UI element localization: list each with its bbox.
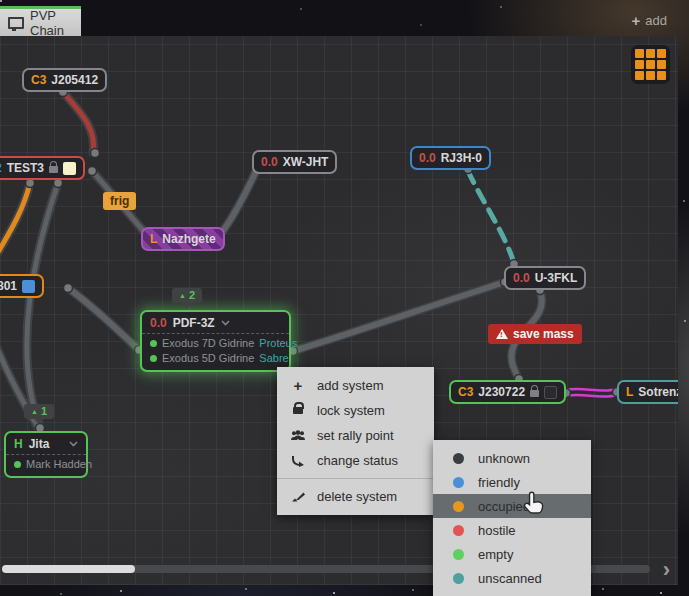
security-label: 0.0	[419, 151, 436, 165]
system-class: C3	[458, 385, 473, 399]
system-name: PDF-3Z	[173, 316, 215, 330]
status-label: empty	[478, 547, 513, 562]
security-label: H	[14, 437, 23, 451]
system-name: Jita	[29, 437, 50, 451]
security-label: 0.0	[513, 271, 530, 285]
menu-item-label: add system	[317, 378, 383, 393]
status-label: unscanned	[478, 571, 542, 586]
status-dot	[453, 501, 464, 512]
menu-separator	[277, 478, 434, 479]
security-label: 0.0	[150, 316, 167, 330]
pilot-row: Exodus 7D Gidrine Proteus	[150, 336, 281, 351]
system-name: U-3FKL	[535, 271, 578, 285]
chevron-right-icon[interactable]: ›	[663, 557, 670, 583]
connection-stargate	[566, 395, 617, 397]
system-node-sotrenz[interactable]: L Sotrenz	[617, 380, 678, 404]
bookmark-square-blue[interactable]	[22, 280, 35, 293]
system-node-801[interactable]: 801	[0, 274, 44, 298]
jump-count: 1	[41, 405, 47, 417]
menu-item-label: lock system	[317, 403, 385, 418]
system-node-test3[interactable]: 2 TEST3	[0, 156, 85, 180]
change-status-submenu: unknown friendly occupied hostile empty …	[433, 440, 591, 596]
chevron-down-icon[interactable]	[221, 320, 230, 326]
save-mass-badge[interactable]: save mass	[488, 324, 582, 344]
connection-mass-reduced	[0, 183, 30, 266]
system-node-pdf-3z[interactable]: 0.0 PDF-3Z Exodus 7D Gidrine Proteus Exo…	[140, 310, 291, 372]
system-name: J205412	[51, 73, 98, 87]
frigate-hole-label: frig	[103, 192, 136, 210]
plus-icon: +	[289, 378, 307, 393]
system-name: RJ3H-0	[441, 151, 482, 165]
menu-item-add-system[interactable]: + add system	[277, 373, 434, 398]
pilot-status-dot	[150, 340, 157, 347]
system-name: TEST3	[7, 161, 44, 175]
system-node-nazhgete[interactable]: L Nazhgete	[141, 227, 225, 251]
pilot-name: Exodus 5D Gidrine	[162, 351, 254, 366]
system-name: J230722	[478, 385, 525, 399]
status-dot	[453, 453, 464, 464]
security-label: L	[626, 385, 633, 399]
system-name: Nazhgete	[162, 232, 215, 246]
system-node-jita[interactable]: H Jita Mark Hadden	[4, 431, 88, 478]
scrollbar-thumb[interactable]	[2, 565, 135, 573]
connection-stargate	[566, 389, 617, 391]
status-item-empty[interactable]: empty	[433, 542, 591, 566]
pilot-status-dot	[150, 355, 157, 362]
status-dot	[453, 525, 464, 536]
system-class: C3	[31, 73, 46, 87]
system-name: Sotrenz	[638, 385, 678, 399]
lock-icon	[530, 390, 539, 397]
curved-arrow-icon	[289, 455, 307, 467]
triangle-up-icon: ▲	[179, 292, 186, 299]
menu-item-change-status[interactable]: change status	[277, 448, 434, 473]
menu-item-set-rally-point[interactable]: set rally point	[277, 423, 434, 448]
bookmark-square-empty[interactable]	[544, 386, 557, 399]
system-node-rj3h-0[interactable]: 0.0 RJ3H-0	[410, 146, 491, 170]
menu-item-delete-system[interactable]: delete system	[277, 484, 434, 509]
bookmark-square-yellow[interactable]	[63, 162, 76, 175]
save-mass-label: save mass	[513, 327, 574, 341]
add-label: add	[645, 13, 667, 28]
system-node-j205412[interactable]: C3 J205412	[22, 68, 107, 92]
pilot-row: Mark Hadden	[14, 457, 78, 472]
pilot-name: Exodus 7D Gidrine	[162, 336, 254, 351]
status-dot	[453, 477, 464, 488]
pilot-row: Exodus 5D Gidrine Sabre	[150, 351, 281, 366]
plus-icon: +	[632, 12, 641, 29]
menu-item-lock-system[interactable]: lock system	[277, 398, 434, 423]
system-context-menu: + add system lock system set rally point…	[277, 367, 434, 515]
lock-icon	[289, 407, 307, 414]
map-options-grid-button[interactable]	[632, 46, 669, 83]
pilot-status-dot	[14, 461, 21, 468]
monitor-icon	[8, 17, 24, 29]
status-dot	[453, 573, 464, 584]
tab-pvp-chain[interactable]: PVP Chain	[0, 6, 81, 36]
connection	[68, 288, 139, 350]
tab-label: PVP Chain	[30, 8, 73, 38]
status-dot	[453, 549, 464, 560]
warning-icon	[496, 329, 508, 339]
system-node-u-3fkl[interactable]: 0.0 U-3FKL	[504, 266, 586, 290]
status-item-hostile[interactable]: hostile	[433, 518, 591, 542]
connection	[220, 167, 258, 235]
status-item-unknown[interactable]: unknown	[433, 446, 591, 470]
status-item-occupied[interactable]: occupied	[433, 494, 591, 518]
status-label: friendly	[478, 475, 520, 490]
add-map-button[interactable]: + add	[632, 12, 667, 29]
security-label: L	[150, 232, 157, 246]
status-item-friendly[interactable]: friendly	[433, 470, 591, 494]
eraser-icon	[289, 491, 307, 502]
status-item-unscanned[interactable]: unscanned	[433, 566, 591, 590]
status-label: unknown	[478, 451, 530, 466]
lock-icon	[49, 166, 58, 173]
status-label: hostile	[478, 523, 516, 538]
menu-item-label: change status	[317, 453, 398, 468]
security-label: 0.0	[261, 155, 278, 169]
system-node-j230722[interactable]: C3 J230722	[449, 380, 566, 404]
chevron-down-icon[interactable]	[69, 441, 78, 447]
pilot-ship: Proteus	[259, 336, 297, 351]
jump-count-badge: ▲ 2	[172, 288, 202, 303]
system-node-xw-jht[interactable]: 0.0 XW-JHT	[252, 150, 337, 174]
menu-item-label: set rally point	[317, 428, 394, 443]
menu-item-label: delete system	[317, 489, 397, 504]
